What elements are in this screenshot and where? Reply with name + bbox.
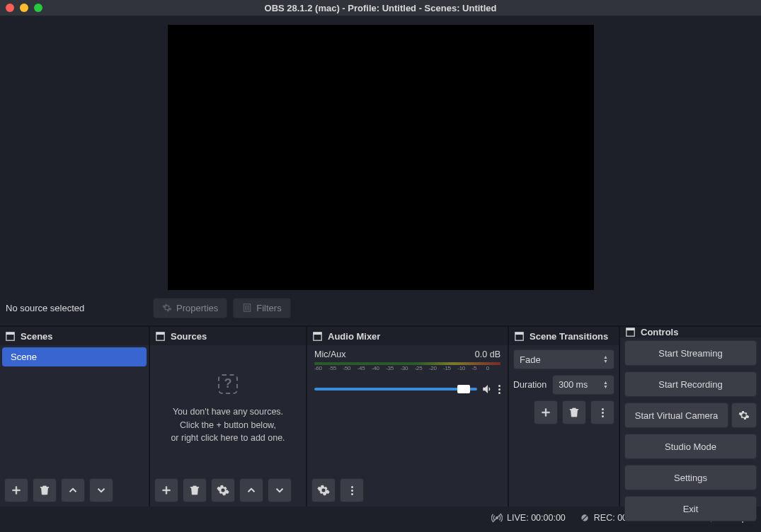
add-scene-button[interactable] [4,478,28,502]
question-icon: ? [218,374,238,394]
scene-up-button[interactable] [61,478,85,502]
close-window-button[interactable] [6,4,14,12]
mixer-track-db: 0.0 dB [475,349,500,359]
tick-label: -40 [372,365,386,371]
updown-icon: ▲▼ [603,381,608,389]
volume-slider[interactable] [314,388,477,391]
plus-icon [10,484,23,497]
tick-label: -55 [328,365,343,371]
duration-spinner[interactable]: 300 ms ▲▼ [552,375,614,395]
source-up-button[interactable] [239,478,263,502]
mixer-menu-button[interactable] [340,478,364,502]
sources-empty-line3: or right click here to add one. [171,432,285,445]
minimize-window-button[interactable] [20,4,28,12]
source-down-button[interactable] [268,478,292,502]
tick-label: -25 [415,365,429,371]
sources-empty: ? You don't have any sources. Click the … [150,345,306,474]
remove-scene-button[interactable] [33,478,57,502]
transitions-header[interactable]: Scene Transitions [509,327,619,345]
titlebar: OBS 28.1.2 (mac) - Profile: Untitled - S… [0,0,761,16]
chevron-up-icon [67,484,79,497]
stream-status: LIVE: 00:00:00 [491,512,566,524]
controls-title: Controls [641,327,678,337]
remove-source-button[interactable] [183,478,207,502]
scenes-panel: Scenes Scene [0,327,149,507]
svg-rect-11 [515,332,523,334]
preview-area [0,16,761,290]
plus-icon [539,406,552,419]
studio-mode-button[interactable]: Studio Mode [624,434,757,459]
broadcast-icon [491,512,503,524]
exit-button[interactable]: Exit [624,496,757,521]
gear-icon [317,484,330,497]
properties-label: Properties [176,303,218,313]
maximize-window-button[interactable] [34,4,42,12]
sources-empty-line2: Click the + button below, [180,419,276,432]
dock-panels: Scenes Scene Sources ? You don't have an… [0,327,761,507]
trash-icon [188,484,201,497]
scenes-list[interactable]: Scene [0,345,149,474]
slider-thumb[interactable] [457,385,470,393]
plus-icon [160,484,173,497]
scene-down-button[interactable] [89,478,113,502]
tick-label: -45 [357,365,372,371]
add-source-button[interactable] [154,478,178,502]
sources-panel: Sources ? You don't have any sources. Cl… [150,327,306,507]
updown-icon: ▲▼ [603,355,608,364]
mixer-track-menu[interactable] [498,385,500,394]
dock-icon [313,332,322,341]
sources-empty-line1: You don't have any sources. [173,405,283,419]
duration-label: Duration [513,380,547,390]
mixer-header[interactable]: Audio Mixer [307,327,508,345]
tick-label: -30 [400,365,414,371]
transition-menu-button[interactable] [590,400,614,424]
tick-label: -10 [457,365,471,371]
filters-button[interactable]: Filters [233,298,290,318]
no-source-label: No source selected [6,303,147,313]
tick-label: -50 [343,365,357,371]
start-virtual-camera-button[interactable]: Start Virtual Camera [624,403,728,428]
record-icon [580,513,590,523]
trash-icon [38,484,51,497]
window-controls [0,4,42,12]
scene-item[interactable]: Scene [2,347,147,366]
mixer-advanced-button[interactable] [311,478,336,502]
gear-icon [162,303,172,313]
filters-label: Filters [256,303,281,313]
transitions-panel: Scene Transitions Fade ▲▼ Duration 300 m… [509,327,619,507]
trash-icon [568,406,580,419]
vu-meter [314,362,500,365]
svg-rect-7 [156,332,164,334]
svg-rect-9 [314,332,321,334]
tick-label: 0 [486,365,500,371]
sources-header[interactable]: Sources [150,327,306,345]
preview-canvas[interactable] [168,25,594,290]
transition-select[interactable]: Fade ▲▼ [513,349,614,369]
sources-list[interactable]: ? You don't have any sources. Click the … [150,345,306,474]
mixer-body: Mic/Aux 0.0 dB -60-55-50-45-40-35-30-25-… [307,345,508,474]
settings-button[interactable]: Settings [624,465,757,490]
scenes-header[interactable]: Scenes [0,327,149,345]
transition-value: Fade [520,354,541,365]
sources-title: Sources [171,331,207,342]
chevron-down-icon [95,484,108,497]
virtual-camera-settings-button[interactable] [731,403,757,428]
remove-transition-button[interactable] [562,400,586,424]
properties-button[interactable]: Properties [153,298,227,318]
dock-icon [6,332,15,341]
scenes-title: Scenes [21,331,53,342]
source-properties-button[interactable] [211,478,235,502]
gear-icon [738,410,750,421]
add-transition-button[interactable] [534,400,558,424]
speaker-icon[interactable] [481,383,494,395]
duration-value: 300 ms [559,380,588,390]
controls-header[interactable]: Controls [620,327,761,337]
live-label: LIVE: 00:00:00 [507,513,566,523]
start-recording-button[interactable]: Start Recording [624,371,757,397]
chevron-up-icon [245,484,258,497]
transitions-title: Scene Transitions [530,331,608,342]
start-streaming-button[interactable]: Start Streaming [624,340,757,366]
mixer-footer [307,474,508,507]
controls-panel: Controls Start Streaming Start Recording… [620,327,761,507]
source-toolbar: No source selected Properties Filters [0,290,761,327]
